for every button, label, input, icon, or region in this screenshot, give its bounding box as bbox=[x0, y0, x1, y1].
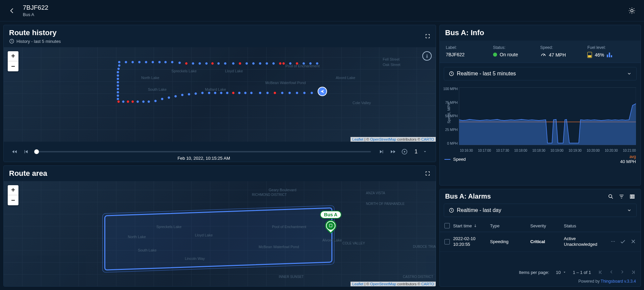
row-checkbox[interactable] bbox=[444, 239, 450, 244]
bus-badge: Bus A bbox=[320, 211, 341, 219]
ffwd-button[interactable] bbox=[389, 148, 397, 156]
page-range: 1 – 1 of 1 bbox=[573, 270, 591, 275]
fullscreen-button[interactable] bbox=[425, 33, 430, 39]
zoom-control: + − bbox=[8, 185, 18, 205]
svg-point-0 bbox=[631, 9, 633, 12]
powered-by-link[interactable]: Thingsboard v.3.3.4 bbox=[601, 279, 636, 284]
carto-link[interactable]: CARTO bbox=[421, 282, 434, 286]
fullscreen-button[interactable] bbox=[425, 171, 430, 176]
back-button[interactable] bbox=[8, 7, 16, 15]
x-ticks: 10:16:3010:17:0010:17:3010:18:0010:18:30… bbox=[440, 148, 641, 152]
svg-line-14 bbox=[543, 55, 544, 56]
route-area-panel: Route area Spreckels Lake North Lake Sou… bbox=[3, 165, 436, 287]
col-severity[interactable]: Severity bbox=[530, 223, 560, 228]
route-history-map[interactable]: Spreckels Lake North Lake South Lake Llo… bbox=[4, 47, 436, 142]
svg-line-7 bbox=[630, 12, 630, 13]
page-title: 7BJF622 bbox=[23, 4, 48, 11]
playback-speed: 1 bbox=[415, 149, 418, 155]
leaflet-link[interactable]: Leaflet bbox=[352, 282, 363, 286]
alarms-table-header: Start time Type Severity Status bbox=[440, 220, 641, 232]
svg-line-6 bbox=[634, 12, 634, 13]
last-page-button[interactable] bbox=[631, 270, 636, 275]
info-panel: Bus A: Info Label: 7BJF622 Status: On ro… bbox=[439, 25, 641, 186]
chevron-down-icon bbox=[627, 208, 632, 213]
col-status[interactable]: Status bbox=[564, 223, 607, 228]
avg-label: avg bbox=[620, 154, 636, 159]
osm-link[interactable]: OpenStreetMap bbox=[370, 282, 396, 286]
rewind-button[interactable] bbox=[10, 148, 18, 156]
title-block: 7BJF622 Bus A bbox=[23, 4, 48, 17]
theme-toggle-button[interactable] bbox=[628, 7, 636, 15]
alarms-range-label: Realtime - last day bbox=[457, 207, 501, 213]
svg-rect-11 bbox=[329, 224, 332, 227]
zoom-in-button[interactable]: + bbox=[8, 51, 18, 61]
prev-button[interactable] bbox=[22, 148, 30, 156]
svg-line-8 bbox=[634, 8, 634, 9]
alarm-row[interactable]: 2022-02-10 10:20:55 Speeding Critical Ac… bbox=[440, 232, 641, 252]
items-per-page-select[interactable]: 10 bbox=[556, 270, 566, 275]
label-value: 7BJF622 bbox=[446, 52, 493, 57]
clock-icon bbox=[9, 39, 14, 44]
svg-text:25 MPH: 25 MPH bbox=[445, 128, 458, 132]
info-grid: Label: 7BJF622 Status: On route Speed: 4… bbox=[440, 41, 641, 63]
route-history-title: Route history bbox=[9, 28, 61, 37]
map-attribution: Leaflet | © OpenStreetMap contributors ©… bbox=[351, 282, 436, 286]
cell-type: Speeding bbox=[490, 239, 527, 244]
play-button[interactable] bbox=[400, 148, 409, 156]
osm-link[interactable]: OpenStreetMap bbox=[370, 137, 396, 141]
playback-scrubber[interactable]: Feb 10, 2022, 10:15:25 AM bbox=[37, 151, 371, 152]
cell-severity: Critical bbox=[530, 239, 560, 244]
label-label: Label: bbox=[446, 45, 493, 50]
zoom-out-button[interactable]: − bbox=[8, 61, 18, 71]
legend-speed: Speed bbox=[453, 157, 466, 162]
col-start[interactable]: Start time bbox=[453, 223, 472, 228]
filter-button[interactable] bbox=[619, 194, 625, 200]
route-history-subtitle: History - last 5 minutes bbox=[16, 39, 61, 44]
search-button[interactable] bbox=[608, 194, 614, 200]
clock-icon bbox=[449, 71, 454, 76]
svg-rect-27 bbox=[633, 195, 634, 198]
zoom-out-button[interactable]: − bbox=[8, 195, 18, 205]
gauge-icon bbox=[540, 52, 546, 58]
fuel-value: 46% bbox=[595, 52, 604, 58]
map-info-button[interactable]: i bbox=[422, 51, 432, 61]
clock-icon bbox=[449, 208, 454, 213]
next-button[interactable] bbox=[378, 148, 386, 156]
map-attribution: Leaflet | © OpenStreetMap contributors ©… bbox=[351, 137, 436, 142]
first-page-button[interactable] bbox=[598, 270, 603, 275]
chart-button[interactable] bbox=[607, 53, 613, 57]
route-area-title: Route area bbox=[9, 169, 47, 178]
carto-link[interactable]: CARTO bbox=[421, 137, 434, 141]
next-page-button[interactable] bbox=[620, 270, 625, 275]
svg-rect-25 bbox=[630, 195, 631, 198]
info-title: Bus A: Info bbox=[445, 28, 484, 37]
more-button[interactable]: ⋯ bbox=[611, 239, 615, 245]
route-area-map[interactable]: Spreckels Lake North Lake South Lake Llo… bbox=[4, 181, 436, 286]
bus-marker[interactable]: Bus A bbox=[320, 211, 341, 231]
status-value: On route bbox=[500, 52, 518, 57]
confirm-button[interactable] bbox=[620, 239, 626, 245]
cell-start: 2022-02-10 10:20:55 bbox=[453, 236, 487, 247]
topbar: 7BJF622 Bus A bbox=[0, 0, 644, 21]
sort-desc-icon bbox=[473, 224, 477, 228]
route-history-panel: Route history History - last 5 minutes S… bbox=[3, 25, 436, 162]
zoom-in-button[interactable]: + bbox=[8, 185, 18, 195]
cell-status: Active Unacknowledged bbox=[564, 236, 607, 247]
speed-value: 47 MPH bbox=[549, 52, 566, 58]
leaflet-link[interactable]: Leaflet bbox=[352, 137, 363, 141]
col-type[interactable]: Type bbox=[490, 223, 527, 228]
columns-button[interactable] bbox=[629, 194, 635, 200]
dismiss-button[interactable] bbox=[631, 239, 636, 245]
svg-point-23 bbox=[609, 195, 612, 198]
status-dot-icon bbox=[493, 53, 497, 57]
vehicle-cursor-marker bbox=[318, 87, 327, 96]
select-all-checkbox[interactable] bbox=[444, 223, 450, 228]
realtime-range-selector[interactable]: Realtime - last 5 minutes bbox=[444, 67, 637, 80]
speed-dropdown[interactable] bbox=[421, 148, 429, 156]
prev-page-button[interactable] bbox=[609, 270, 614, 275]
playback-time: Feb 10, 2022, 10:15:25 AM bbox=[177, 156, 230, 161]
svg-line-5 bbox=[630, 8, 630, 9]
svg-text:100 MPH: 100 MPH bbox=[443, 87, 458, 91]
alarms-range-selector[interactable]: Realtime - last day bbox=[444, 204, 637, 217]
page-subtitle: Bus A bbox=[23, 12, 48, 17]
